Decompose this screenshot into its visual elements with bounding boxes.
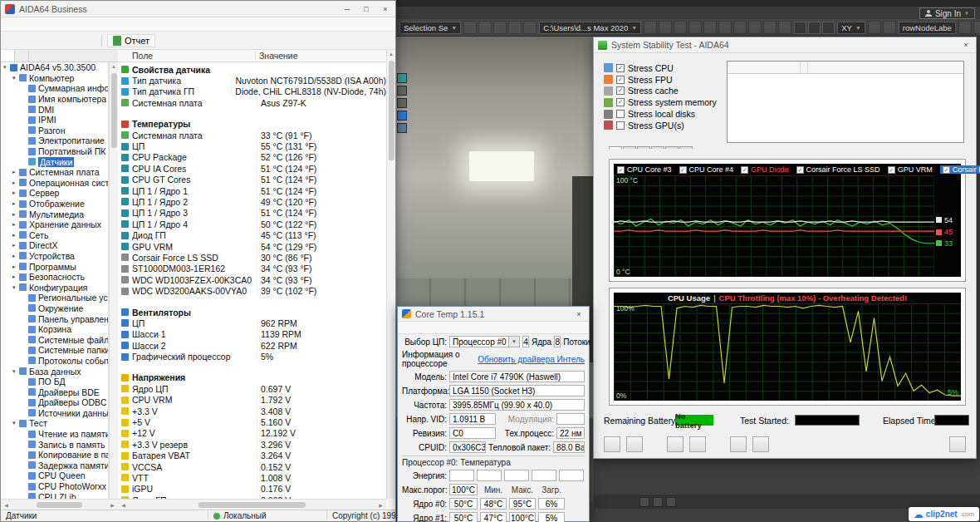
sensor-row[interactable]: ЦП 962 RPM [118,318,386,328]
max-toolbar-icon[interactable] [748,21,762,34]
dialog-button[interactable] [626,436,643,452]
sign-in-button[interactable]: Sign In ▼ [919,7,975,19]
sensor-row[interactable]: Системная плата Asus Z97-K [118,97,386,108]
column-header-value[interactable]: Значение [255,51,386,61]
sensor-row[interactable]: Батарея VBAT 3.264 V [118,451,386,461]
sensor-row[interactable]: CPU Package 52 °C (126 °F) [118,152,386,163]
tree-expander-icon[interactable]: ▾ [12,75,19,81]
tree-item[interactable]: Копирование в пам [1,450,108,460]
tree-expander-icon[interactable]: ▸ [12,232,19,239]
maximize-icon[interactable]: □ [360,5,372,13]
tree-expander-icon[interactable]: ▸ [12,253,19,259]
tree-item[interactable]: ▸ Программы [1,261,108,272]
tree-item[interactable]: ▾ База данных [1,366,108,377]
max-toolbar-icon[interactable] [644,21,657,34]
close-icon[interactable]: × [960,41,972,49]
tree-item[interactable]: Системные файлы [1,334,108,345]
tree-item[interactable]: Системные папки [1,345,108,356]
checkbox-icon[interactable]: ✓ [616,64,625,72]
legend-item[interactable]: ✓ GPU Diode [741,165,789,174]
stability-test-tab[interactable] [651,146,664,149]
sensor-row[interactable]: Системная плата 33 °C (91 °F) [118,130,386,140]
scroll-right-icon[interactable]: ▶ [108,502,117,508]
tree-expander-icon[interactable]: ▸ [12,169,19,175]
tree-item[interactable]: Запись в память [1,439,108,450]
max-toolbar-icon[interactable] [508,21,522,34]
max-toolbar-icon[interactable] [958,21,972,34]
tree-scrollbar[interactable]: ▲ [109,62,118,499]
tree-horizontal-scrollbar[interactable]: ◀ ▶ [1,499,118,510]
max-toolbar-icon[interactable] [688,21,702,34]
value-horizontal-scrollbar[interactable]: ◀ ▶ [118,499,386,510]
tree-expander-icon[interactable]: ▾ [12,420,19,426]
sensor-row[interactable]: ЦП 1 / Ядро 2 49 °C (120 °F) [118,196,386,207]
tree-item[interactable]: IPMI [1,115,108,126]
sensor-row[interactable]: +3.3 V резерв 3.296 V [118,439,386,450]
dialog-button[interactable] [949,436,966,452]
max-toolbar-icon[interactable] [868,21,881,34]
tree-item[interactable]: Датчики [1,156,108,167]
tree-item[interactable]: Протоколы событий [1,356,108,367]
max-status-icon[interactable] [666,497,676,507]
viewport-tool-icon[interactable] [397,123,407,133]
tree-item[interactable]: ▸ Сеть [1,230,108,241]
tree-expander-icon[interactable]: ▸ [12,242,19,249]
tree-expander-icon[interactable]: ▾ [12,284,19,291]
legend-checkbox-icon[interactable]: ✓ [796,166,804,174]
max-toolbar-icon[interactable] [674,21,687,34]
checkbox-icon[interactable]: ✓ [616,110,625,118]
legend-checkbox-icon[interactable]: ✓ [741,166,748,174]
stress-option-row[interactable]: ✓ Stress FPU [604,74,724,86]
sensor-row[interactable]: Ядро ЦП 0.697 V [118,383,386,394]
max-toolbar-icon[interactable] [523,21,537,34]
selection-set-combo[interactable]: Selection Se ▼ [399,22,461,34]
value-pane-scrollbar[interactable]: ▲ [386,50,395,499]
tree-item[interactable]: ▸ Устройства [1,251,108,262]
aida64-toolbar-icon[interactable] [51,34,65,47]
dialog-button[interactable] [604,436,620,452]
sensor-row[interactable]: GPU VRM 54 °C (129 °F) [118,241,386,252]
tree-item[interactable]: ▸ Сервер [1,188,108,199]
stress-option-row[interactable]: ✓ Stress cache [604,86,724,97]
tree-item[interactable]: CPU PhotoWorxx [1,481,108,492]
max-toolbar-icon[interactable] [733,21,747,34]
sensor-row[interactable]: +5 V 5.160 V [118,416,386,427]
tree-item[interactable]: ▾ Тест [1,418,108,429]
sensor-row[interactable]: WDC WD3200AAKS-00VYA0 39 °C (102 °F) [118,285,386,296]
max-toolbar-icon[interactable] [883,21,896,34]
tree-item[interactable]: Портативный ПК [1,146,108,157]
named-selection-field[interactable]: rowNodeLabe [899,22,956,34]
dialog-button[interactable] [730,436,747,452]
tree-expander-icon[interactable]: ▸ [12,211,19,218]
max-toolbar-icon[interactable] [463,21,477,34]
max-toolbar-icon[interactable] [718,21,732,34]
sensor-row[interactable]: Диод ГП 45 °C (113 °F) [118,229,386,240]
tree-expander-icon[interactable]: ▾ [12,368,19,375]
sensor-row[interactable]: CPU GT Cores 51 °C (124 °F) [118,175,386,185]
scrollbar-thumb[interactable] [111,73,117,148]
max-toolbar-icon[interactable] [493,21,507,34]
log-column-header[interactable] [728,62,801,73]
tree-item[interactable]: ▸ Отображение [1,199,108,209]
legend-item[interactable]: ✓ CPU Core #3 [617,165,672,174]
tree-item[interactable]: ▾ AIDA64 v5.30.3500 [1,62,108,73]
aida64-title-bar[interactable]: AIDA64 Business ─ □ × [1,1,395,17]
sensor-row[interactable]: ЦП 55 °C (131 °F) [118,140,386,151]
stress-option-row[interactable]: ✓ Stress local disks [604,108,724,120]
dialog-button[interactable] [752,436,769,452]
tree-item[interactable]: ▾ Компьютер [1,73,108,84]
tree-item[interactable]: Драйверы BDE [1,387,108,397]
tree-item[interactable]: ▾ Конфигурация [1,282,108,293]
legend-item[interactable]: ✓ GPU VRM [888,165,933,174]
scroll-up-icon[interactable]: ▲ [389,50,394,59]
max-status-icon[interactable] [653,497,663,507]
tree-item[interactable]: ▸ Хранение данных [1,219,108,230]
sensor-row[interactable]: Тип датчика ГП Diode, CHiL CHL8318 (NV-D… [118,86,386,97]
tree-item[interactable]: Электропитание [1,135,108,146]
aida64-toolbar-icon[interactable] [83,34,96,47]
stress-option-row[interactable]: ✓ Stress system memory [604,96,724,108]
sensor-row[interactable]: Тип датчика Nuvoton NCT6791D/5538D (ISA … [118,75,386,86]
checkbox-icon[interactable]: ✓ [616,86,625,95]
minimize-icon[interactable]: ─ [341,5,353,13]
tree-item[interactable]: Панель управления [1,313,108,324]
